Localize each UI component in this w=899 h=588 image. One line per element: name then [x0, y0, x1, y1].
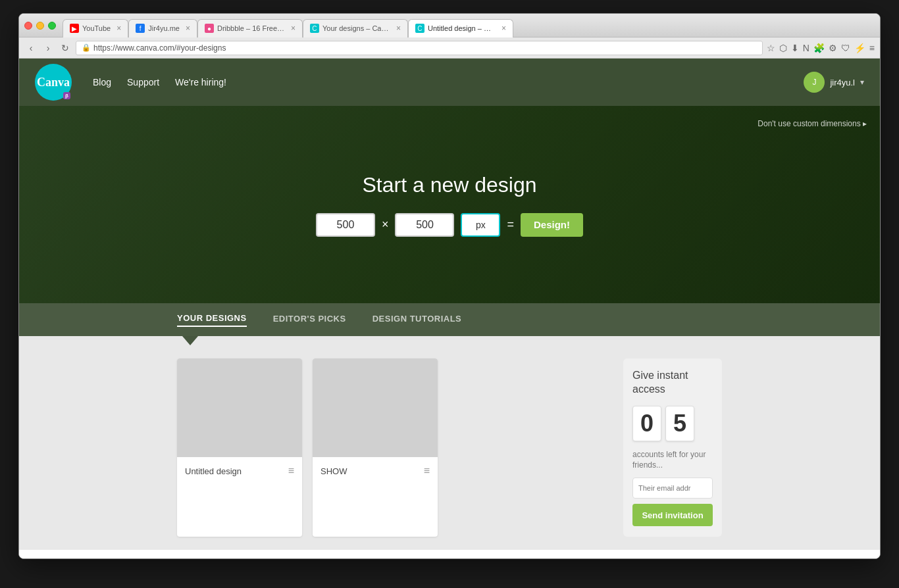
design-thumb-untitled [177, 358, 302, 457]
design-footer-show: SHOW ≡ [313, 457, 438, 485]
browser-tab-jir[interactable]: fJir4yu.me× [128, 19, 197, 37]
traffic-lights [24, 22, 56, 30]
browser-tab-canva_untitled[interactable]: CUntitled design – Canva× [408, 19, 513, 37]
tab-editors-picks[interactable]: EDITOR'S PICKS [273, 314, 346, 326]
tab-indicator-container [19, 336, 880, 345]
browser-tab-canva_your[interactable]: CYour designs – Canva× [303, 19, 408, 37]
hero-title: Start a new design [362, 173, 536, 197]
tab-close-drib[interactable]: × [291, 24, 295, 33]
designs-grid: Untitled design ≡ SHOW ≡ [177, 358, 607, 537]
design-controls: × = Design! [316, 213, 583, 237]
counter-digit-ones: 5 [665, 406, 694, 441]
puzzle-icon[interactable]: 🧩 [813, 43, 825, 53]
counter-digit-tens: 0 [632, 406, 661, 441]
design-menu-show[interactable]: ≡ [424, 465, 430, 477]
design-button[interactable]: Design! [521, 213, 583, 237]
power-icon[interactable]: ⚡ [854, 43, 865, 53]
design-name-show: SHOW [321, 466, 347, 476]
canva-logo-text: Canva [37, 76, 70, 89]
extension-icon[interactable]: N [803, 43, 809, 53]
minimize-button[interactable] [36, 22, 44, 30]
section-tabs: YOUR DESIGNS EDITOR'S PICKS DESIGN TUTOR… [19, 303, 880, 336]
avatar: J [804, 72, 825, 93]
avatar-initial: J [812, 78, 816, 87]
tab-your-designs[interactable]: YOUR DESIGNS [177, 313, 247, 327]
address-input[interactable]: 🔒 https://www.canva.com/#your-designs [76, 41, 763, 55]
invite-title: Give instant access [632, 369, 713, 397]
tab-close-canva_untitled[interactable]: × [501, 24, 506, 33]
browser-tab-drib[interactable]: ●Dribbble – 16 Free Blurry× [197, 19, 303, 37]
browser-tab-yt[interactable]: ▶YouTube× [63, 19, 128, 37]
design-thumb-show [313, 358, 438, 457]
tab-close-canva_your[interactable]: × [396, 24, 401, 33]
invite-email-input[interactable] [632, 478, 713, 499]
security-lock-icon: 🔒 [82, 43, 91, 52]
close-button[interactable] [24, 22, 32, 30]
nav-hiring[interactable]: We're hiring! [175, 77, 226, 87]
user-area: J jir4yu.l ▾ [804, 72, 864, 93]
multiply-sign: × [382, 218, 389, 232]
invite-subtitle: accounts left for your friends... [632, 449, 713, 472]
address-text: https://www.canva.com/#your-designs [93, 43, 226, 53]
tab-favicon-jir: f [136, 24, 145, 33]
counter-display: 0 5 [632, 406, 713, 441]
height-input[interactable] [395, 213, 454, 237]
invite-widget: Give instant access 0 5 accounts left fo… [623, 358, 722, 537]
tab-favicon-canva_your: C [310, 24, 319, 33]
design-footer-untitled: Untitled design ≡ [177, 457, 302, 485]
tab-close-yt[interactable]: × [116, 24, 121, 33]
tab-design-tutorials[interactable]: DESIGN TUTORIALS [372, 314, 462, 326]
tab-label-drib: Dribbble – 16 Free Blurry [217, 24, 285, 32]
tab-label-yt: YouTube [82, 24, 111, 32]
nav-blog[interactable]: Blog [93, 77, 111, 87]
maximize-button[interactable] [48, 22, 56, 30]
canva-logo[interactable]: Canva β [35, 64, 72, 101]
menu-icon[interactable]: ≡ [869, 43, 875, 53]
download-icon[interactable]: ⬇ [791, 43, 799, 53]
browser-window: ▶YouTube×fJir4yu.me×●Dribbble – 16 Free … [18, 13, 881, 559]
send-invitation-button[interactable]: Send invitation [632, 504, 713, 526]
design-name-untitled: Untitled design [185, 466, 242, 476]
design-menu-untitled[interactable]: ≡ [288, 465, 294, 477]
equals-sign: = [507, 218, 514, 232]
canva-header: Canva β Blog Support We're hiring! J jir… [19, 59, 880, 106]
tab-label-canva_untitled: Untitled design – Canva [428, 24, 496, 32]
user-name: jir4yu.l [830, 78, 855, 87]
tab-indicator [182, 336, 198, 345]
star-icon[interactable]: ☆ [767, 43, 775, 53]
design-card-show[interactable]: SHOW ≡ [313, 358, 438, 537]
hero-section: Start a new design Don't use custom dime… [19, 106, 880, 303]
tabs-bar: ▶YouTube×fJir4yu.me×●Dribbble – 16 Free … [63, 14, 875, 37]
tab-favicon-yt: ▶ [70, 24, 79, 33]
settings-icon[interactable]: ⚙ [829, 43, 837, 53]
page-content: Canva β Blog Support We're hiring! J jir… [19, 59, 880, 559]
user-dropdown-icon[interactable]: ▾ [860, 78, 864, 87]
custom-dimensions-link[interactable]: Don't use custom dimensions ▸ [758, 119, 867, 128]
refresh-button[interactable]: ↻ [59, 41, 72, 55]
title-bar: ▶YouTube×fJir4yu.me×●Dribbble – 16 Free … [19, 14, 880, 37]
main-content: Untitled design ≡ SHOW ≡ Give instant ac… [19, 345, 880, 550]
design-card-untitled[interactable]: Untitled design ≡ [177, 358, 302, 537]
tab-close-jir[interactable]: × [186, 24, 190, 33]
toolbar-icons: ☆ ⬡ ⬇ N 🧩 ⚙ 🛡 ⚡ ≡ [767, 43, 875, 53]
canva-nav: Blog Support We're hiring! [93, 77, 226, 87]
width-input[interactable] [316, 213, 375, 237]
tab-favicon-canva_untitled: C [415, 24, 424, 33]
colorful-icon[interactable]: ⬡ [779, 43, 787, 53]
back-button[interactable]: ‹ [24, 41, 38, 55]
address-bar: ‹ › ↻ 🔒 https://www.canva.com/#your-desi… [19, 37, 880, 59]
tab-favicon-drib: ● [205, 24, 214, 33]
unit-input[interactable] [461, 213, 500, 237]
forward-button[interactable]: › [41, 41, 55, 55]
shield-icon[interactable]: 🛡 [841, 43, 850, 53]
tab-label-jir: Jir4yu.me [148, 24, 180, 32]
nav-support[interactable]: Support [127, 77, 159, 87]
beta-badge: β [63, 92, 70, 99]
tab-label-canva_your: Your designs – Canva [322, 24, 390, 32]
